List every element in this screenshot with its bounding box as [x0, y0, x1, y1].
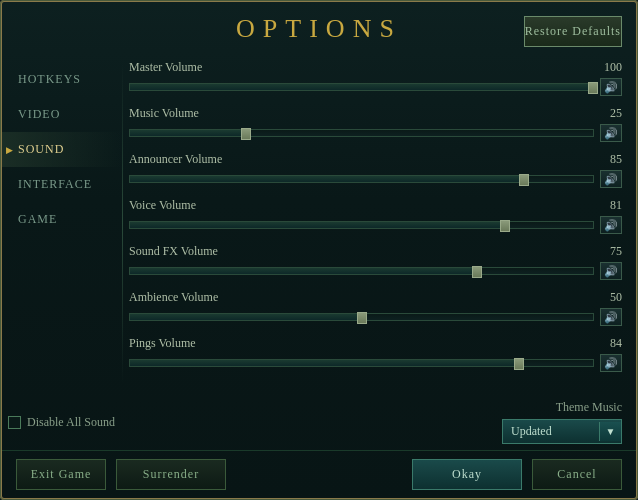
options-window: OPTIONS Restore Defaults HOTKEYSVIDEOSOU…	[0, 0, 638, 500]
slider-thumb-voice[interactable]	[500, 220, 510, 232]
volume-label-soundfx: Sound FX Volume	[129, 244, 218, 259]
main-content: HOTKEYSVIDEOSOUNDINTERFACEGAME Master Vo…	[2, 52, 636, 394]
slider-fill-music	[130, 130, 246, 136]
mute-button-voice[interactable]: 🔊	[600, 216, 622, 234]
volume-row-ambience: Ambience Volume50🔊	[129, 290, 622, 326]
slider-fill-voice	[130, 222, 505, 228]
volume-row-music: Music Volume25🔊	[129, 106, 622, 142]
dropdown-arrow-icon[interactable]: ▼	[599, 422, 621, 441]
sound-panel: Master Volume100🔊Music Volume25🔊Announce…	[123, 52, 636, 394]
mute-button-announcer[interactable]: 🔊	[600, 170, 622, 188]
volume-row-soundfx: Sound FX Volume75🔊	[129, 244, 622, 280]
surrender-button[interactable]: Surrender	[116, 459, 226, 490]
slider-fill-ambience	[130, 314, 362, 320]
volume-row-pings: Pings Volume84🔊	[129, 336, 622, 372]
volume-label-ambience: Ambience Volume	[129, 290, 218, 305]
disable-all-sound-label: Disable All Sound	[27, 415, 115, 430]
sidebar-item-sound[interactable]: SOUND	[2, 132, 122, 167]
mute-button-pings[interactable]: 🔊	[600, 354, 622, 372]
restore-defaults-button[interactable]: Restore Defaults	[524, 16, 622, 47]
slider-track-announcer[interactable]	[129, 175, 594, 183]
theme-music-label: Theme Music	[556, 400, 622, 415]
slider-track-master[interactable]	[129, 83, 594, 91]
theme-music-section: Theme Music Updated ▼	[502, 400, 622, 444]
volume-value-voice: 81	[594, 198, 622, 213]
volume-value-master: 100	[594, 60, 622, 75]
volume-row-voice: Voice Volume81🔊	[129, 198, 622, 234]
sidebar: HOTKEYSVIDEOSOUNDINTERFACEGAME	[2, 52, 122, 394]
title-bar: OPTIONS Restore Defaults	[2, 2, 636, 52]
footer: Exit Game Surrender Okay Cancel	[2, 450, 636, 498]
volume-label-music: Music Volume	[129, 106, 199, 121]
slider-track-soundfx[interactable]	[129, 267, 594, 275]
sidebar-item-video[interactable]: VIDEO	[2, 97, 122, 132]
volume-label-master: Master Volume	[129, 60, 202, 75]
slider-track-voice[interactable]	[129, 221, 594, 229]
volume-value-pings: 84	[594, 336, 622, 351]
mute-button-master[interactable]: 🔊	[600, 78, 622, 96]
sidebar-item-game[interactable]: GAME	[2, 202, 122, 237]
disable-all-sound-row[interactable]: Disable All Sound	[8, 415, 115, 430]
bottom-options: Disable All Sound Theme Music Updated ▼	[2, 394, 636, 450]
volume-row-announcer: Announcer Volume85🔊	[129, 152, 622, 188]
exit-game-button[interactable]: Exit Game	[16, 459, 106, 490]
slider-thumb-music[interactable]	[241, 128, 251, 140]
slider-fill-soundfx	[130, 268, 477, 274]
slider-thumb-announcer[interactable]	[519, 174, 529, 186]
sidebar-item-hotkeys[interactable]: HOTKEYS	[2, 62, 122, 97]
volume-label-voice: Voice Volume	[129, 198, 196, 213]
theme-music-dropdown[interactable]: Updated ▼	[502, 419, 622, 444]
volume-label-pings: Pings Volume	[129, 336, 196, 351]
cancel-button[interactable]: Cancel	[532, 459, 622, 490]
theme-music-value: Updated	[503, 420, 599, 443]
slider-track-pings[interactable]	[129, 359, 594, 367]
slider-thumb-ambience[interactable]	[357, 312, 367, 324]
sidebar-item-interface[interactable]: INTERFACE	[2, 167, 122, 202]
volume-row-master: Master Volume100🔊	[129, 60, 622, 96]
disable-all-sound-checkbox[interactable]	[8, 416, 21, 429]
slider-fill-master	[130, 84, 593, 90]
mute-button-ambience[interactable]: 🔊	[600, 308, 622, 326]
slider-track-ambience[interactable]	[129, 313, 594, 321]
slider-thumb-master[interactable]	[588, 82, 598, 94]
mute-button-music[interactable]: 🔊	[600, 124, 622, 142]
slider-fill-announcer	[130, 176, 524, 182]
slider-fill-pings	[130, 360, 519, 366]
slider-track-music[interactable]	[129, 129, 594, 137]
volume-value-music: 25	[594, 106, 622, 121]
slider-thumb-soundfx[interactable]	[472, 266, 482, 278]
slider-thumb-pings[interactable]	[514, 358, 524, 370]
volume-label-announcer: Announcer Volume	[129, 152, 222, 167]
volume-value-announcer: 85	[594, 152, 622, 167]
volume-value-soundfx: 75	[594, 244, 622, 259]
volume-value-ambience: 50	[594, 290, 622, 305]
okay-button[interactable]: Okay	[412, 459, 522, 490]
mute-button-soundfx[interactable]: 🔊	[600, 262, 622, 280]
